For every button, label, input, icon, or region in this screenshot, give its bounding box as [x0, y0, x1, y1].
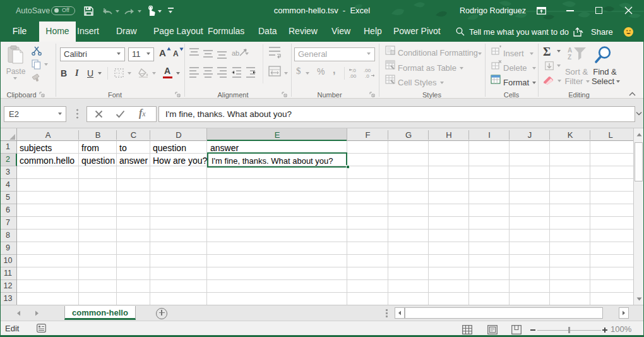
- svg-text:ab: ab: [232, 49, 239, 57]
- svg-text:.0: .0: [352, 68, 356, 73]
- svg-text:A: A: [568, 47, 572, 54]
- svg-text:.00: .00: [364, 68, 371, 73]
- svg-text:.0: .0: [365, 73, 369, 78]
- svg-text:.00: .00: [349, 73, 357, 78]
- svg-text:Z: Z: [568, 54, 571, 61]
